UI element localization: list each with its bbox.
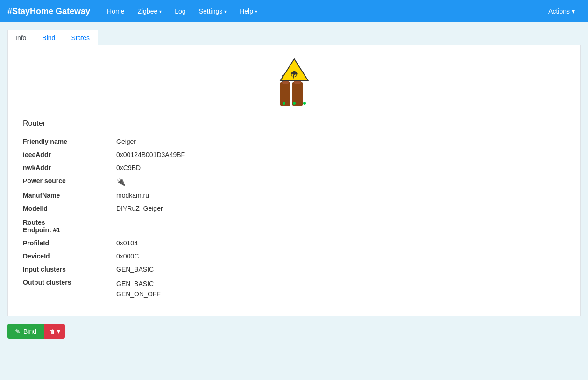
table-row-input-clusters: Input clusters GEN_BASIC <box>19 263 569 276</box>
navbar-right: Actions ▾ <box>543 5 581 18</box>
tabs-container: Info Bind States <box>7 30 581 45</box>
delete-button[interactable]: 🗑 ▾ <box>44 324 65 339</box>
main-content: Info Bind States <box>0 22 588 346</box>
device-image: ! <box>276 57 313 108</box>
field-label-manufname: ManufName <box>19 189 113 202</box>
table-row-modelid: ModelId DIYRuZ_Geiger <box>19 202 569 215</box>
navbar: #StayHome Gateway Home Zigbee ▾ Log Sett… <box>0 0 588 22</box>
output-cluster-gen-basic: GEN_BASIC <box>116 279 565 289</box>
actions-button[interactable]: Actions ▾ <box>543 5 581 18</box>
field-value-power: 🔌 <box>113 174 569 189</box>
nav-log[interactable]: Log <box>169 5 191 18</box>
svg-point-12 <box>303 102 306 105</box>
table-row-manufname: ManufName modkam.ru <box>19 189 569 202</box>
field-label-modelid: ModelId <box>19 202 113 215</box>
field-label-deviceid: DeviceId <box>19 250 113 263</box>
routes-endpoint-cell: Routes Endpoint #1 <box>19 215 569 237</box>
table-row-routes-endpoint: Routes Endpoint #1 <box>19 215 569 237</box>
field-label-profileid: ProfileId <box>19 237 113 250</box>
output-cluster-list: GEN_BASIC GEN_ON_OFF <box>116 279 565 300</box>
bottom-actions: ✎ Bind 🗑 ▾ <box>7 324 581 339</box>
tab-info[interactable]: Info <box>7 30 34 45</box>
field-value-output-clusters: GEN_BASIC GEN_ON_OFF <box>113 276 569 302</box>
output-cluster-gen-on-off: GEN_ON_OFF <box>116 289 565 299</box>
svg-text:!: ! <box>293 75 294 80</box>
field-value-input-clusters: GEN_BASIC <box>113 263 569 276</box>
field-value-deviceid: 0x000C <box>113 250 569 263</box>
field-label-ieee: ieeeAddr <box>19 148 113 161</box>
field-value-ieee: 0x00124B001D3A49BF <box>113 148 569 161</box>
table-row-ieee: ieeeAddr 0x00124B001D3A49BF <box>19 148 569 161</box>
info-card: ! Router Friendly name Geiger ieeeAddr 0… <box>7 45 581 316</box>
nav-items: Home Zigbee ▾ Log Settings ▾ Help ▾ <box>101 5 543 18</box>
device-type: Router <box>19 119 569 128</box>
bind-button[interactable]: ✎ Bind <box>7 324 44 339</box>
power-plug-icon: 🔌 <box>116 178 126 186</box>
table-row-profileid: ProfileId 0x0104 <box>19 237 569 250</box>
field-label-output-clusters: Output clusters <box>19 276 113 302</box>
tab-bind[interactable]: Bind <box>34 30 63 45</box>
table-row-power: Power source 🔌 <box>19 174 569 189</box>
routes-label: Routes <box>23 219 565 226</box>
tab-states[interactable]: States <box>63 30 98 45</box>
nav-help[interactable]: Help ▾ <box>234 5 263 18</box>
svg-point-10 <box>283 102 285 105</box>
field-value-modelid: DIYRuZ_Geiger <box>113 202 569 215</box>
svg-point-11 <box>293 102 296 105</box>
brand-logo[interactable]: #StayHome Gateway <box>7 7 90 16</box>
settings-dropdown-arrow: ▾ <box>224 9 227 14</box>
field-label-nwk: nwkAddr <box>19 161 113 174</box>
help-dropdown-arrow: ▾ <box>255 9 257 14</box>
field-value-nwk: 0xC9BD <box>113 161 569 174</box>
table-row-output-clusters: Output clusters GEN_BASIC GEN_ON_OFF <box>19 276 569 302</box>
nav-home[interactable]: Home <box>101 5 130 18</box>
actions-dropdown-arrow: ▾ <box>572 7 575 15</box>
field-label-input-clusters: Input clusters <box>19 263 113 276</box>
table-row-deviceid: DeviceId 0x000C <box>19 250 569 263</box>
table-row-friendly-name: Friendly name Geiger <box>19 135 569 148</box>
field-label-friendly-name: Friendly name <box>19 135 113 148</box>
endpoint-label: Endpoint #1 <box>23 226 565 234</box>
edit-icon: ✎ <box>15 328 21 335</box>
field-value-friendly-name: Geiger <box>113 135 569 148</box>
field-value-profileid: 0x0104 <box>113 237 569 250</box>
info-table: Friendly name Geiger ieeeAddr 0x00124B00… <box>19 135 569 302</box>
field-value-manufname: modkam.ru <box>113 189 569 202</box>
svg-rect-0 <box>280 82 290 106</box>
nav-zigbee[interactable]: Zigbee ▾ <box>132 5 167 18</box>
field-label-power: Power source <box>19 174 113 189</box>
device-image-container: ! <box>19 57 569 108</box>
zigbee-dropdown-arrow: ▾ <box>159 9 162 14</box>
trash-icon: 🗑 <box>49 328 55 335</box>
table-row-nwk: nwkAddr 0xC9BD <box>19 161 569 174</box>
nav-settings[interactable]: Settings ▾ <box>193 5 233 18</box>
delete-dropdown-arrow: ▾ <box>57 328 60 335</box>
